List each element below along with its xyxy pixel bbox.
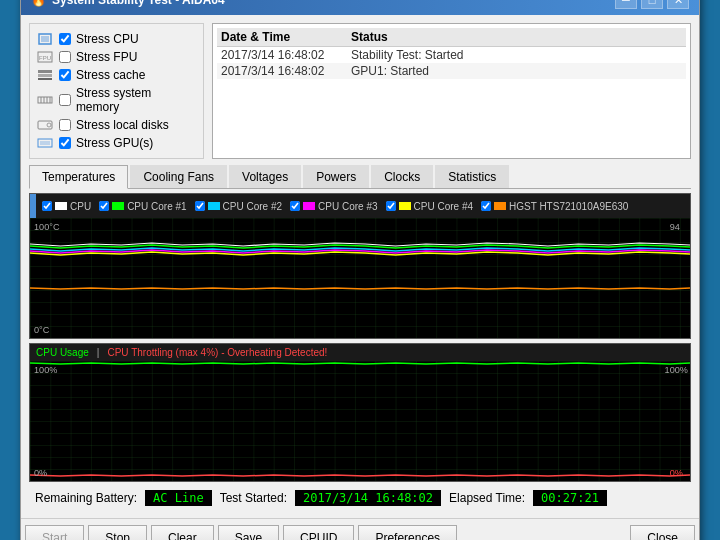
main-window: 🔥 System Stability Test - AIDA64 ─ □ ✕ S… xyxy=(20,0,700,540)
status-bar: Remaining Battery: AC Line Test Started:… xyxy=(29,486,691,510)
legend-core1-label: CPU Core #1 xyxy=(127,201,186,212)
svg-text:94: 94 xyxy=(670,222,680,232)
legend-core1: CPU Core #1 xyxy=(99,201,186,212)
top-section: Stress CPU FPU Stress FPU Stress ca xyxy=(29,23,691,159)
minimize-button[interactable]: ─ xyxy=(615,0,637,9)
usage-cpu-label: CPU Usage xyxy=(36,347,89,358)
elapsed-time-value: 00:27:21 xyxy=(533,490,607,506)
legend-core4-color xyxy=(399,202,411,210)
disk-icon xyxy=(36,118,54,132)
app-icon: 🔥 xyxy=(31,0,46,7)
log-status-2: GPU1: Started xyxy=(351,64,682,78)
log-date-1: 2017/3/14 16:48:02 xyxy=(221,48,351,62)
stress-disks-checkbox[interactable] xyxy=(59,119,71,131)
tab-temperatures[interactable]: Temperatures xyxy=(29,165,128,189)
stress-disks-item: Stress local disks xyxy=(36,116,197,134)
test-started-label: Test Started: xyxy=(220,491,287,505)
cpuid-button[interactable]: CPUID xyxy=(283,525,354,540)
svg-rect-5 xyxy=(38,74,52,77)
tabs-bar: Temperatures Cooling Fans Voltages Power… xyxy=(29,165,691,189)
window-title: System Stability Test - AIDA64 xyxy=(52,0,225,7)
legend-core2-color xyxy=(208,202,220,210)
tab-statistics[interactable]: Statistics xyxy=(435,165,509,188)
stress-gpu-checkbox[interactable] xyxy=(59,137,71,149)
legend-cpu-checkbox[interactable] xyxy=(42,201,52,211)
legend-core3-color xyxy=(303,202,315,210)
legend-hgst: HGST HTS721010A9E630 xyxy=(481,201,628,212)
svg-text:100%: 100% xyxy=(665,365,688,375)
cache-icon xyxy=(36,68,54,82)
svg-rect-15 xyxy=(40,141,50,145)
svg-text:FPU: FPU xyxy=(39,55,51,61)
fpu-icon: FPU xyxy=(36,50,54,64)
close-button[interactable]: Close xyxy=(630,525,695,540)
legend-core4: CPU Core #4 xyxy=(386,201,473,212)
log-date-2: 2017/3/14 16:48:02 xyxy=(221,64,351,78)
svg-text:100%: 100% xyxy=(34,365,57,375)
stress-fpu-item: FPU Stress FPU xyxy=(36,48,197,66)
preferences-button[interactable]: Preferences xyxy=(358,525,457,540)
tab-cooling-fans[interactable]: Cooling Fans xyxy=(130,165,227,188)
log-header-status: Status xyxy=(351,30,682,44)
legend-core1-checkbox[interactable] xyxy=(99,201,109,211)
stress-cpu-label: Stress CPU xyxy=(76,32,139,46)
save-button[interactable]: Save xyxy=(218,525,279,540)
usage-chart-section: CPU Usage | CPU Throttling (max 4%) - Ov… xyxy=(29,343,691,482)
log-panel: Date & Time Status 2017/3/14 16:48:02 St… xyxy=(212,23,691,159)
tab-clocks[interactable]: Clocks xyxy=(371,165,433,188)
temp-chart-area: 100°C 0°C 94 xyxy=(30,218,690,338)
elapsed-time-label: Elapsed Time: xyxy=(449,491,525,505)
legend-core3: CPU Core #3 xyxy=(290,201,377,212)
svg-rect-12 xyxy=(38,121,52,129)
stress-gpu-label: Stress GPU(s) xyxy=(76,136,153,150)
stress-memory-checkbox[interactable] xyxy=(59,94,71,106)
tab-powers[interactable]: Powers xyxy=(303,165,369,188)
tab-voltages[interactable]: Voltages xyxy=(229,165,301,188)
svg-point-13 xyxy=(47,123,51,127)
button-spacer xyxy=(461,525,626,540)
start-button[interactable]: Start xyxy=(25,525,84,540)
legend-cpu: CPU xyxy=(42,201,91,212)
button-bar: Start Stop Clear Save CPUID Preferences … xyxy=(21,518,699,540)
legend-core3-label: CPU Core #3 xyxy=(318,201,377,212)
stress-fpu-checkbox[interactable] xyxy=(59,51,71,63)
legend-core4-checkbox[interactable] xyxy=(386,201,396,211)
stress-gpu-item: Stress GPU(s) xyxy=(36,134,197,152)
stress-memory-item: Stress system memory xyxy=(36,84,197,116)
legend-core2: CPU Core #2 xyxy=(195,201,282,212)
legend-cpu-label: CPU xyxy=(70,201,91,212)
window-close-button[interactable]: ✕ xyxy=(667,0,689,9)
usage-chart-area: 100% 0% 100% 0% xyxy=(30,361,690,481)
usage-chart-svg: 100% 0% 100% 0% xyxy=(30,361,690,481)
test-started-value: 2017/3/14 16:48:02 xyxy=(295,490,441,506)
remaining-battery-value: AC Line xyxy=(145,490,212,506)
stress-cache-checkbox[interactable] xyxy=(59,69,71,81)
main-content: Stress CPU FPU Stress FPU Stress ca xyxy=(21,15,699,518)
stress-panel: Stress CPU FPU Stress FPU Stress ca xyxy=(29,23,204,159)
svg-rect-4 xyxy=(38,70,52,73)
memory-icon xyxy=(36,93,54,107)
gpu-icon xyxy=(36,136,54,150)
stop-button[interactable]: Stop xyxy=(88,525,147,540)
clear-button[interactable]: Clear xyxy=(151,525,214,540)
maximize-button[interactable]: □ xyxy=(641,0,663,9)
legend-core3-checkbox[interactable] xyxy=(290,201,300,211)
usage-throttle-label: CPU Throttling (max 4%) - Overheating De… xyxy=(107,347,327,358)
blue-indicator xyxy=(30,194,36,218)
legend-core1-color xyxy=(112,202,124,210)
temp-chart-legend: CPU CPU Core #1 CPU Core #2 xyxy=(36,198,690,215)
titlebar-left: 🔥 System Stability Test - AIDA64 xyxy=(31,0,225,7)
temp-chart-svg: 100°C 0°C 94 xyxy=(30,218,690,338)
svg-text:0°C: 0°C xyxy=(34,325,50,335)
titlebar: 🔥 System Stability Test - AIDA64 ─ □ ✕ xyxy=(21,0,699,15)
stress-fpu-label: Stress FPU xyxy=(76,50,137,64)
cpu-icon xyxy=(36,32,54,46)
svg-text:0%: 0% xyxy=(670,468,683,478)
log-header: Date & Time Status xyxy=(217,28,686,47)
legend-hgst-checkbox[interactable] xyxy=(481,201,491,211)
legend-core2-label: CPU Core #2 xyxy=(223,201,282,212)
svg-rect-16 xyxy=(30,218,690,338)
stress-cpu-checkbox[interactable] xyxy=(59,33,71,45)
legend-core2-checkbox[interactable] xyxy=(195,201,205,211)
stress-disks-label: Stress local disks xyxy=(76,118,169,132)
